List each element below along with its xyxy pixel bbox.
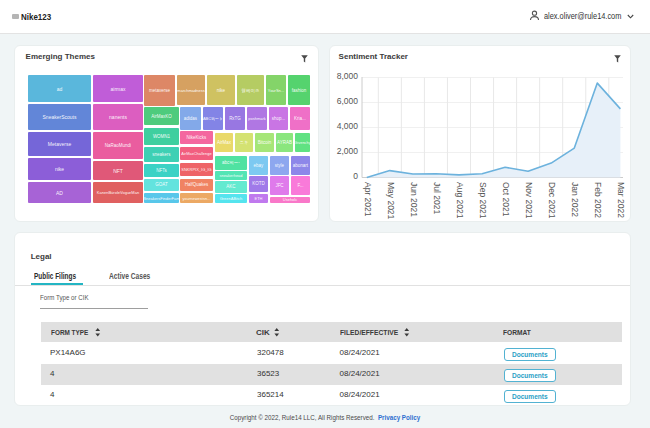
svg-text:Oct 2021: Oct 2021 xyxy=(501,182,511,217)
svg-text:Aug 2021: Aug 2021 xyxy=(455,182,465,219)
svg-text:Sep 2021: Sep 2021 xyxy=(478,182,488,219)
svg-text:Jun 2021: Jun 2021 xyxy=(409,182,419,217)
svg-text:0: 0 xyxy=(353,171,358,181)
svg-text:6,000: 6,000 xyxy=(337,96,359,106)
svg-text:2,000: 2,000 xyxy=(337,146,359,156)
svg-text:May 2021: May 2021 xyxy=(386,182,396,220)
svg-text:Jan 2022: Jan 2022 xyxy=(570,182,580,217)
svg-text:4,000: 4,000 xyxy=(337,121,359,131)
svg-text:Apr 2021: Apr 2021 xyxy=(363,182,373,217)
svg-text:Dec 2021: Dec 2021 xyxy=(547,182,557,219)
svg-text:Mar 2022: Mar 2022 xyxy=(616,182,626,218)
svg-text:Nov 2021: Nov 2021 xyxy=(524,182,534,219)
svg-text:8,000: 8,000 xyxy=(337,71,359,81)
svg-text:Jul 2021: Jul 2021 xyxy=(432,182,442,214)
svg-text:Feb 2022: Feb 2022 xyxy=(593,182,603,218)
